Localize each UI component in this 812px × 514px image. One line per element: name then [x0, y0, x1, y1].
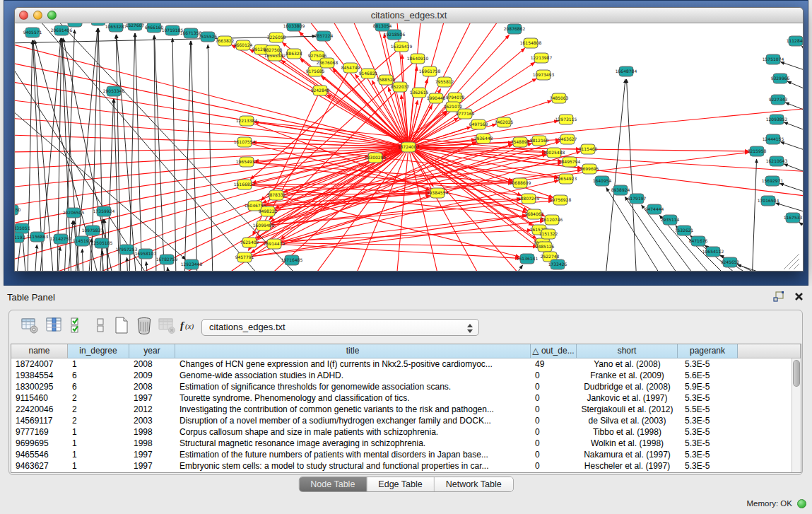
graph-node[interactable]: 12923448	[181, 259, 203, 269]
red-edge[interactable]	[15, 118, 408, 147]
black-edge[interactable]	[799, 222, 803, 230]
table-row[interactable]: 1872400712008Changes of HCN gene express…	[11, 358, 801, 370]
table-row[interactable]: 2242004622012Investigating the contribut…	[11, 404, 801, 415]
graph-node[interactable]: 6466160	[145, 23, 164, 33]
graph-node[interactable]: 7548893	[511, 137, 530, 147]
graph-node[interactable]: 6497568	[469, 119, 488, 129]
close-panel-icon[interactable]	[794, 292, 804, 301]
red-edge[interactable]	[249, 243, 537, 247]
graph-node[interactable]: 11156863	[27, 232, 49, 242]
black-edge[interactable]	[780, 142, 803, 152]
graph-node[interactable]: 1640954	[593, 176, 612, 186]
graph-node[interactable]: 12444155	[763, 134, 784, 144]
network-window[interactable]: citations_edges.txt 18724007940557120691…	[14, 7, 804, 271]
graph-node[interactable]: 7955812	[435, 77, 454, 87]
graph-node[interactable]: 12505185	[91, 238, 113, 248]
table-settings-icon[interactable]	[20, 316, 39, 334]
black-edge[interactable]	[102, 251, 104, 271]
table-row[interactable]: 946554611997Estimation of the future num…	[11, 449, 801, 460]
table-row[interactable]: 969969511998Structural magnetic resonanc…	[11, 438, 801, 449]
graph-node[interactable]: 9242848	[311, 86, 330, 95]
black-edge[interactable]	[785, 103, 803, 112]
graph-node[interactable]: 5878332	[267, 190, 286, 200]
black-edge[interactable]	[146, 262, 148, 271]
column-header-pagerank[interactable]: pagerank	[678, 344, 738, 358]
graph-node[interactable]: 15751074	[763, 54, 784, 64]
black-edge[interactable]	[801, 46, 803, 54]
graph-node[interactable]: 20206505	[63, 208, 85, 218]
graph-node[interactable]: 8215958	[748, 146, 767, 156]
graph-node[interactable]: 1151322	[539, 229, 558, 239]
graph-node[interactable]: 19716485	[281, 255, 303, 265]
graph-node[interactable]: 886328	[286, 49, 302, 59]
graph-node[interactable]: 16914479	[264, 239, 286, 249]
table-row[interactable]: 1830029562008Estimation of significance …	[11, 381, 801, 392]
table-selector-dropdown[interactable]: citations_edges.txt	[201, 319, 479, 336]
black-edge[interactable]	[787, 81, 803, 91]
graph-node[interactable]: 12213384	[236, 116, 258, 126]
graph-node[interactable]: 9861990	[66, 23, 85, 27]
black-edge[interactable]	[752, 159, 757, 271]
graph-node[interactable]: 12142757	[50, 234, 72, 244]
graph-node[interactable]: 19756928	[550, 195, 572, 205]
graph-node[interactable]: 8938924	[611, 185, 630, 195]
black-edge[interactable]	[191, 41, 197, 271]
graph-node[interactable]: 12213987	[531, 53, 553, 63]
graph-node[interactable]: 7663822	[216, 36, 235, 46]
graph-node[interactable]: 17359924	[93, 206, 115, 216]
graph-node[interactable]: 3226058	[267, 33, 286, 42]
graph-node[interactable]: 6179197	[628, 194, 647, 204]
graph-node[interactable]: 17016504	[758, 196, 779, 206]
graph-node[interactable]: 7857224	[314, 31, 334, 41]
black-edge[interactable]	[510, 265, 523, 271]
table-row[interactable]: 1456911722003Disruption of a novel membe…	[11, 415, 801, 426]
vertical-scrollbar[interactable]	[792, 358, 801, 472]
graph-node[interactable]: 1112846	[787, 36, 803, 46]
graph-node[interactable]: 1588520	[377, 75, 396, 85]
black-edge[interactable]	[82, 249, 83, 271]
graph-node[interactable]: 9245652	[721, 257, 740, 267]
red-edge[interactable]	[247, 162, 512, 182]
graph-node[interactable]: 7532621	[675, 226, 694, 235]
column-select-icon[interactable]	[45, 316, 63, 334]
graph-node[interactable]: 19654923	[555, 174, 577, 184]
table-row[interactable]: 911546021997Tourette syndrome. Phenomeno…	[11, 392, 801, 404]
column-header-title[interactable]: title	[175, 344, 531, 358]
graph-node[interactable]: 20876862	[504, 24, 526, 34]
black-edge[interactable]	[126, 257, 128, 271]
scrollbar-thumb[interactable]	[793, 360, 800, 387]
graph-node[interactable]: 19384554	[427, 188, 449, 198]
graph-node[interactable]: 10975837	[82, 226, 104, 235]
graph-node[interactable]: 9405571	[23, 28, 42, 37]
column-header-in_degree[interactable]: in_degree	[68, 344, 129, 358]
function-builder-icon[interactable]: f(x)	[179, 316, 197, 334]
black-edge[interactable]	[35, 245, 37, 271]
graph-node[interactable]: 9474444	[645, 204, 664, 214]
graph-node[interactable]: 9794078	[446, 93, 465, 103]
graph-node[interactable]: 7462025	[495, 117, 514, 127]
graph-node[interactable]: 16958107	[135, 249, 157, 259]
graph-node[interactable]: 16648784	[616, 66, 637, 76]
graph-node[interactable]: 19218506	[384, 30, 406, 40]
tab-node-table[interactable]: Node Table	[299, 477, 367, 491]
graph-node[interactable]: 10653287	[105, 23, 127, 32]
row-merge-icon[interactable]	[91, 316, 110, 334]
graph-node[interactable]: 2935114	[661, 215, 680, 225]
graph-node[interactable]: 16136141	[517, 254, 539, 264]
memory-status-indicator[interactable]	[797, 499, 806, 508]
black-edge[interactable]	[36, 23, 266, 271]
graph-node[interactable]: 9457791	[235, 252, 254, 262]
graph-node[interactable]: 8454749	[341, 63, 360, 73]
column-header-short[interactable]: short	[577, 344, 678, 358]
graph-node[interactable]: 16210643	[766, 156, 788, 166]
black-edge[interactable]	[784, 122, 803, 132]
black-edge[interactable]	[167, 267, 169, 271]
graph-node[interactable]: 7485063	[550, 93, 569, 103]
graph-node[interactable]: 16961758	[419, 66, 441, 76]
black-edge[interactable]	[135, 33, 142, 271]
graph-node[interactable]: 15692971	[762, 176, 784, 186]
graph-node[interactable]: 2485126	[536, 242, 555, 252]
graph-node[interactable]: 7515526	[199, 32, 218, 42]
table-row[interactable]: 977716911998Corpus callosum shape and si…	[11, 426, 801, 438]
red-edge[interactable]	[249, 230, 531, 243]
